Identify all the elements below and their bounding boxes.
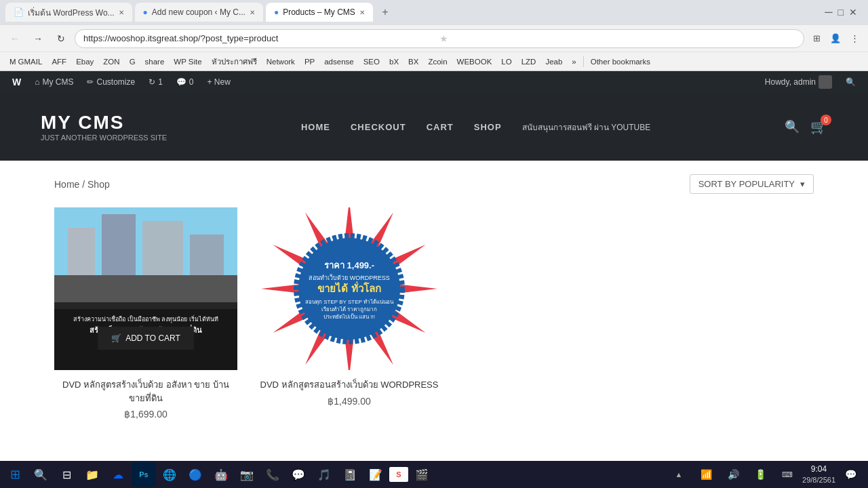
bookmark-seo[interactable]: SEO [359,56,384,67]
video-button[interactable]: 🎬 [410,462,434,487]
nav-cart[interactable]: CART [427,119,454,135]
bookmark-star[interactable]: ★ [439,33,795,44]
nav-checkout[interactable]: CHECKOUT [351,119,406,135]
site-title: MY CMS [41,112,167,134]
notifications-button[interactable]: 💬 [838,462,863,487]
forward-button[interactable]: → [28,29,47,48]
bookmark-other[interactable]: Other bookmarks [587,56,654,67]
camera-button[interactable]: 📷 [235,462,259,487]
keyboard-icon[interactable]: ⌨ [775,462,800,487]
product-card-1[interactable]: สร้างความน่าเชื่อถือ เป็นมืออาชีพ ลงทุนน… [54,207,237,420]
tab-3[interactable]: ● Products – My CMS ✕ [266,3,373,22]
wp-search-icon: 🔍 [846,77,856,87]
bookmark-share[interactable]: share [141,56,169,67]
wp-customize-icon: ✏ [87,77,94,87]
bookmark-aff[interactable]: AFF [47,56,71,67]
bookmark-gmail[interactable]: MGMAIL [5,56,46,67]
wp-customize-item[interactable]: ✏ Customize [80,71,142,93]
profile-icon[interactable]: 👤 [827,30,844,47]
close-button[interactable]: ✕ [849,7,857,18]
add-to-cart-button-1[interactable]: 🛒 ADD TO CART [98,327,194,350]
new-tab-button[interactable]: + [376,3,395,22]
network-icon[interactable]: 📶 [694,462,718,487]
minimize-button[interactable]: ─ [825,6,832,18]
onenote-button[interactable]: 📓 [338,462,362,487]
bookmark-webook[interactable]: WEBOOK [453,56,496,67]
wp-howdy-item[interactable]: Howdy, admin [758,71,839,93]
bookmark-network[interactable]: Network [262,56,299,67]
wp-new-item[interactable]: + New [201,71,237,93]
tab-1-favicon: 📄 [14,7,24,17]
tab-2[interactable]: ● Add new coupon ‹ My C... ✕ [135,3,263,22]
tab-1[interactable]: 📄 เริ่มต้น WordPress Wo... ✕ [5,3,132,22]
search-button[interactable]: 🔍 [28,462,53,487]
product-2-svg: ราคา 1,499.- สอนทำเว็บด้วย WORDPRESS ขาย… [258,207,441,370]
sort-dropdown[interactable]: SORT BY POPULARITY ▾ [690,174,814,194]
bookmark-bx2[interactable]: BX [404,56,422,67]
back-button[interactable]: ← [5,29,24,48]
header-right: 🔍 🛒 0 [785,119,827,135]
address-bar[interactable]: https://wooshop.itsgreat.shop/?post_type… [75,29,804,48]
taskbar-up-arrow[interactable]: ▲ [667,462,691,487]
phone-button[interactable]: 📞 [260,462,285,487]
extensions-icon[interactable]: ⊞ [808,30,825,47]
wp-admin-bar: W ⌂ My CMS ✏ Customize ↻ 1 💬 0 + New How… [0,71,868,93]
breadcrumb-home[interactable]: Home [54,179,79,190]
robot-button[interactable]: 🤖 [209,462,233,487]
browser-chrome: 📄 เริ่มต้น WordPress Wo... ✕ ● Add new c… [0,0,868,71]
wp-my-cms-item[interactable]: ⌂ My CMS [28,71,80,93]
nav-home[interactable]: HOME [301,119,330,135]
settings-icon[interactable]: ⋮ [846,30,863,47]
bookmark-g[interactable]: G [125,56,140,67]
bookmark-jeab[interactable]: Jeab [541,56,566,67]
main-content: Home / Shop SORT BY POPULARITY ▾ [0,161,868,445]
bookmark-zon[interactable]: ZON [99,56,123,67]
bookmark-zcoin[interactable]: Zcoin [424,56,451,67]
wp-updates-item[interactable]: ↻ 1 [142,71,170,93]
photoshop-button[interactable]: Ps [132,462,156,487]
product-card-2[interactable]: ราคา 1,499.- สอนทำเว็บด้วย WORDPRESS ขาย… [258,207,441,420]
product-1-image: สร้างความน่าเชื่อถือ เป็นมืออาชีพ ลงทุนน… [54,207,237,370]
header-cart-icon[interactable]: 🛒 0 [810,119,827,135]
nav-icons: ⊞ 👤 ⋮ [808,30,863,47]
tab-1-close[interactable]: ✕ [119,9,124,16]
bookmark-pp[interactable]: PP [300,56,319,67]
dropbox-button[interactable]: ☁ [106,462,130,487]
bookmark-thai-classifieds[interactable]: หัวประกาศฟรี [208,54,261,69]
tab-2-label: Add new coupon ‹ My C... [152,7,245,17]
bookmark-lzd[interactable]: LZD [517,56,540,67]
product-2-image: ราคา 1,499.- สอนทำเว็บด้วย WORDPRESS ขาย… [258,207,441,370]
nav-shop[interactable]: SHOP [474,119,502,135]
product-2-title: DVD หลักสูตรสอนสร้างเว็บด้วย WORDPRESS [258,378,441,392]
bookmark-ebay[interactable]: Ebay [72,56,98,67]
wp-search-button[interactable]: 🔍 [839,71,863,93]
tab-2-close[interactable]: ✕ [250,9,255,16]
slides-button[interactable]: S [389,467,408,482]
start-button[interactable]: ⊞ [3,462,27,487]
music-button[interactable]: 🎵 [312,462,336,487]
wp-comments-item[interactable]: 💬 0 [170,71,201,93]
battery-icon[interactable]: 🔋 [748,462,772,487]
reload-button[interactable]: ↻ [52,29,71,48]
file-explorer-button[interactable]: 📁 [80,462,104,487]
taskbar-time[interactable]: 9:04 29/8/2561 [802,464,835,485]
notes-button[interactable]: 📝 [363,462,388,487]
site-header: MY CMS JUST ANOTHER WORDPRESS SITE HOME … [0,93,868,161]
bookmark-lo[interactable]: LO [497,56,515,67]
task-view-button[interactable]: ⊟ [54,462,79,487]
line-button[interactable]: 💬 [286,462,311,487]
time-display: 9:04 [802,464,835,475]
bookmark-more[interactable]: » [568,56,580,67]
browser-button[interactable]: 🌐 [157,462,182,487]
bookmark-wpsite[interactable]: WP Site [170,56,205,67]
tab-2-favicon: ● [143,7,148,17]
bookmark-adsense[interactable]: adsense [320,56,357,67]
chrome-button[interactable]: 🔵 [183,462,208,487]
tab-3-close[interactable]: ✕ [359,9,365,16]
maximize-button[interactable]: □ [838,7,844,18]
wp-logo-item[interactable]: W [5,71,28,93]
header-search-icon[interactable]: 🔍 [785,119,800,134]
breadcrumb-separator: / [82,179,87,190]
volume-icon[interactable]: 🔊 [721,462,745,487]
bookmark-bx[interactable]: bX [385,56,403,67]
